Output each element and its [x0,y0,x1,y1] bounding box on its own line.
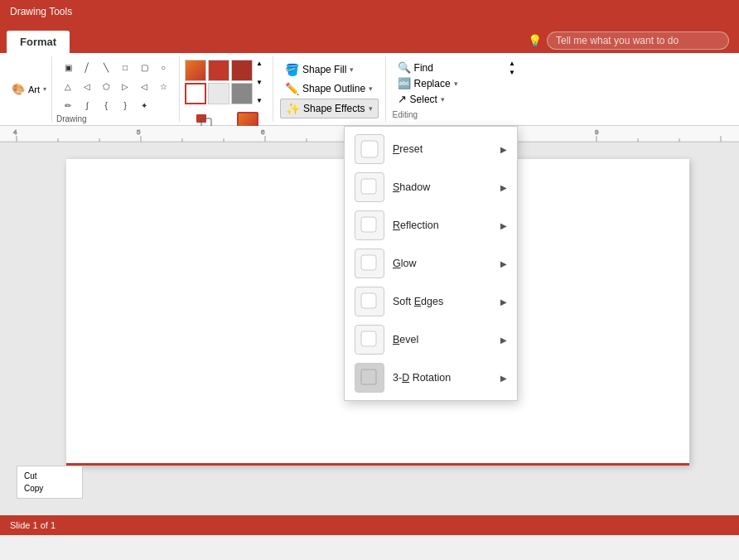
soft-edges-label: Soft Edges [393,296,492,307]
status-bar: Slide 1 of 1 [0,515,739,535]
preset-arrow: ▶ [500,145,507,154]
preset-label: Preset [393,143,492,155]
tab-format[interactable]: Format [7,31,70,53]
qs-swatch-2[interactable] [208,60,229,81]
qs-swatch-1[interactable] [185,60,206,81]
replace-button[interactable]: 🔤 Replace ▾ [393,75,463,91]
shape-tools-grid: ▣ ╲ ╲ □ ▢ ○ △ ◁ ⬠ ▷ ◁ ☆ ✏ ∫ { } ✦ [59,58,172,114]
glow-menu-item[interactable]: Glow ▶ [345,244,517,282]
select-arrow: ▾ [441,95,445,104]
insert-shapes-section: ▣ ╲ ╲ □ ▢ ○ △ ◁ ⬠ ▷ ◁ ☆ ✏ ∫ { } ✦ ▲ ▼ [52,56,180,122]
search-icon: 🔍 [398,61,411,74]
svg-rect-27 [361,179,376,194]
svg-text:4: 4 [13,128,17,136]
bevel-label: Bevel [393,334,492,345]
swatch-scroll-down[interactable]: ▼ [256,79,263,86]
curly-btn[interactable]: ✦ [135,96,153,114]
slide-info: Slide 1 of 1 [10,520,56,530]
shape-effects-button[interactable]: ✨ Shape Effects ▾ [280,99,379,118]
title-bar: Drawing Tools [0,0,739,23]
copy-item[interactable]: Copy [21,482,79,495]
scroll-down-icon[interactable]: ▼ [509,69,515,76]
shape-fill-label: Shape Fill [302,64,346,75]
preset-icon [355,134,384,164]
paint-icon: 🪣 [285,63,299,76]
line-tool-btn[interactable]: ╲ [78,58,96,76]
shadow-arrow: ▶ [500,183,507,192]
svg-text:6: 6 [261,128,265,136]
preset-menu-item[interactable]: Preset ▶ [345,130,517,168]
soft-edges-menu-item[interactable]: Soft Edges ▶ [345,282,517,321]
shape-effects-label: Shape Effects [303,103,365,114]
drawing-label: Drawing [56,114,87,123]
soft-edges-arrow: ▶ [500,297,507,307]
shape-outline-button[interactable]: ✏️ Shape Outline ▾ [280,80,379,99]
editing-section: 🔍 Find 🔤 Replace ▾ ↗ Select ▾ Editing [386,56,470,122]
shadow-label: Shadow [393,181,492,193]
soft-edges-icon [355,287,384,316]
rtriangle-btn[interactable]: ◁ [78,77,96,95]
arrow-left-btn[interactable]: ◁ [135,77,153,95]
qs-swatch-6[interactable] [231,83,253,104]
3d-rotation-arrow: ▶ [500,374,507,383]
swatch-expand[interactable]: ▼ [256,97,263,104]
rect-tool-btn[interactable]: □ [116,58,134,76]
shape-fill-arrow: ▾ [350,65,354,74]
glow-arrow: ▶ [500,259,507,268]
shadow-menu-item[interactable]: Shadow ▶ [345,168,517,206]
art-button[interactable]: 🎨 Art ▾ [7,56,52,122]
qs-swatch-4[interactable] [185,83,206,104]
text-tool-btn[interactable]: ▣ [59,58,77,76]
tell-me-input[interactable] [547,31,729,50]
shape-outline-label: Shape Outline [302,83,365,94]
find-label: Find [414,62,433,74]
find-button[interactable]: 🔍 Find [393,60,463,75]
svg-rect-28 [361,217,376,232]
shape-effects-dropdown: Preset ▶ Shadow ▶ Reflection ▶ [344,126,518,401]
select-label: Select [410,94,437,105]
art-arrow: ▾ [43,85,46,93]
scroll-up-icon[interactable]: ▲ [509,60,515,67]
shape-outline-arrow: ▾ [369,84,373,93]
svg-rect-32 [361,369,376,384]
cursor-icon: ↗ [398,93,407,105]
pen-btn[interactable]: ✏ [59,96,77,114]
pentagon-btn[interactable]: ⬠ [97,77,115,95]
rounded-rect-btn[interactable]: ▢ [135,58,153,76]
oval-btn[interactable]: ○ [154,58,172,76]
rbracket-btn[interactable]: } [116,96,134,114]
select-button[interactable]: ↗ Select ▾ [393,91,463,107]
reflection-icon [355,210,384,240]
bevel-icon [355,325,384,355]
bracket-btn[interactable]: { [97,96,115,114]
art-label: Art [28,84,40,94]
reflection-arrow: ▶ [500,221,507,230]
3d-rotation-menu-item[interactable]: 3-D Rotation ▶ [345,359,517,397]
qs-swatch-3[interactable] [231,60,253,81]
slide-bottom-accent [66,463,689,466]
3d-rotation-icon [355,363,384,393]
qs-swatch-5[interactable] [208,83,229,104]
shape-style-buttons: 🪣 Shape Fill ▾ ✏️ Shape Outline ▾ ✨ Shap… [273,56,386,122]
svg-text:9: 9 [595,128,599,136]
curve-btn[interactable]: ∫ [78,96,96,114]
arrow-right-btn[interactable]: ▷ [116,77,134,95]
glow-label: Glow [393,258,492,269]
reflection-menu-item[interactable]: Reflection ▶ [345,206,517,244]
effects-icon: ✨ [286,102,300,115]
svg-text:5: 5 [137,128,141,136]
swatch-scroll-up[interactable]: ▲ [256,60,263,67]
shape-fill-button[interactable]: 🪣 Shape Fill ▾ [280,60,379,80]
replace-arrow: ▾ [454,80,458,88]
bevel-arrow: ▶ [500,336,507,345]
reflection-label: Reflection [393,220,492,231]
arrow-tool-btn[interactable]: ╲ [97,58,115,76]
replace-icon: 🔤 [398,77,411,89]
bevel-menu-item[interactable]: Bevel ▶ [345,321,517,359]
triangle-btn[interactable]: △ [59,77,77,95]
cut-item[interactable]: Cut [21,470,79,482]
3d-rotation-label: 3-D Rotation [393,372,492,384]
star-btn[interactable]: ☆ [154,77,172,95]
quick-styles-section: ▲ ▼ ▼ Arrange ▾ QuickStyles [180,56,273,122]
svg-rect-31 [361,331,376,346]
